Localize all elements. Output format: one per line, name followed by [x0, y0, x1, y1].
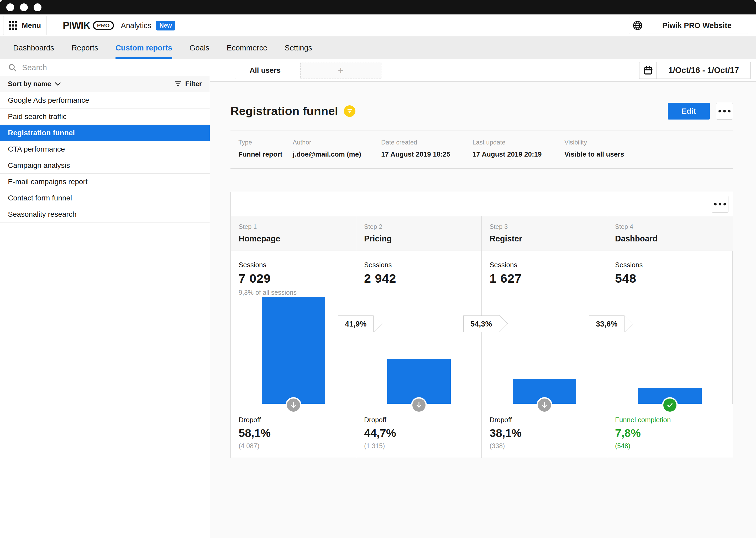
- workspace: Sort by name Filter Google Ads performan…: [0, 59, 756, 538]
- tab-ecommerce[interactable]: Ecommerce: [227, 37, 267, 59]
- window-titlebar: [0, 0, 756, 15]
- apps-grid-icon: [9, 21, 17, 30]
- add-segment-button[interactable]: +: [300, 62, 381, 79]
- funnel-bar: [262, 297, 325, 404]
- completion-check-icon: [662, 397, 678, 413]
- window-minimize-button[interactable]: [20, 3, 28, 11]
- meta-label: Date created: [381, 139, 473, 146]
- meta-value: j.doe@mail.com (me): [293, 150, 381, 158]
- sessions-value: 2 942: [364, 271, 481, 286]
- search-input[interactable]: [22, 63, 210, 72]
- date-range-label: 1/Oct/16 - 1/Oct/17: [657, 62, 750, 79]
- funnel-type-icon: [344, 105, 355, 117]
- report-title-row: Registration funnel Edit: [230, 103, 733, 120]
- dropoff-arrow-icon: [411, 397, 427, 413]
- step-header-1: Step 1 Homepage: [231, 216, 356, 250]
- sessions-label: Sessions: [364, 261, 481, 269]
- report-meta-panel: Type Funnel report Author j.doe@mail.com…: [230, 131, 733, 169]
- chart-toolbar: [231, 192, 732, 216]
- logo-pro-pill: PRO: [93, 21, 114, 30]
- calendar-icon: [639, 62, 657, 79]
- report-list-item[interactable]: Contact form funnel: [0, 190, 210, 206]
- dropoff-count: (1 315): [364, 442, 481, 450]
- globe-icon: [629, 17, 646, 34]
- meta-date-created: Date created 17 August 2019 18:25: [381, 139, 473, 158]
- funnel-bar: [638, 388, 702, 404]
- report-list: Google Ads performance Paid search traff…: [0, 92, 210, 223]
- app-header: Menu PIWIK PRO Analytics New Piwik PRO W…: [0, 15, 756, 37]
- ellipsis-icon: [714, 203, 717, 205]
- sessions-label: Sessions: [490, 261, 607, 269]
- meta-author: Author j.doe@mail.com (me): [293, 139, 381, 158]
- dropoff-label: Dropoff: [490, 416, 607, 424]
- ellipsis-icon: [719, 110, 721, 112]
- menu-button-label: Menu: [22, 21, 41, 30]
- report-list-item[interactable]: Campaign analysis: [0, 157, 210, 174]
- dropoff-count: (338): [490, 442, 607, 450]
- report-list-item[interactable]: Google Ads performance: [0, 92, 210, 108]
- chart-more-button[interactable]: [712, 196, 729, 213]
- step-number: Step 2: [364, 223, 481, 230]
- transition-rate-chip: 41,9%: [338, 315, 374, 332]
- meta-label: Visibility: [564, 139, 624, 146]
- meta-label: Last update: [473, 139, 564, 146]
- report-more-button[interactable]: [716, 103, 733, 120]
- tab-settings[interactable]: Settings: [285, 37, 312, 59]
- transition-rate-label: 33,6%: [589, 315, 625, 332]
- transition-rate-label: 41,9%: [338, 315, 374, 332]
- sessions-label: Sessions: [615, 261, 732, 269]
- tab-custom-reports[interactable]: Custom reports: [116, 37, 172, 59]
- step-name: Dashboard: [615, 234, 732, 243]
- sessions-value: 7 029: [239, 271, 356, 286]
- transition-rate-chip: 33,6%: [589, 315, 625, 332]
- product-name: Analytics: [121, 21, 151, 30]
- report-list-item[interactable]: E-mail campaigns report: [0, 174, 210, 190]
- meta-label: Author: [293, 139, 381, 146]
- report-list-item[interactable]: Paid search traffic: [0, 108, 210, 125]
- dropoff-label: Dropoff: [364, 416, 481, 424]
- step-header-4: Step 4 Dashboard: [607, 216, 732, 250]
- step-number: Step 4: [615, 223, 732, 230]
- tab-goals[interactable]: Goals: [190, 37, 210, 59]
- filter-button-label: Filter: [185, 80, 202, 88]
- sessions-value: 1 627: [490, 271, 607, 286]
- funnel-chart-card: Step 1 Homepage Step 2 Pricing Step 3 Re…: [230, 192, 733, 458]
- transition-rate-label: 54,3%: [463, 315, 499, 332]
- step-header-3: Step 3 Register: [482, 216, 607, 250]
- logo-wordmark: PIWIK: [63, 20, 90, 31]
- new-badge: New: [156, 21, 175, 30]
- segment-all-users[interactable]: All users: [235, 62, 295, 79]
- filter-button[interactable]: Filter: [174, 80, 202, 88]
- report-list-item[interactable]: CTA performance: [0, 141, 210, 157]
- dropoff-value: 44,7%: [364, 427, 481, 440]
- step-name: Homepage: [239, 234, 356, 243]
- tab-reports[interactable]: Reports: [71, 37, 98, 59]
- page-title: Registration funnel: [230, 104, 338, 118]
- step-column-1: Sessions 7 029 9,3% of all sessions: [231, 251, 356, 404]
- sessions-value: 548: [615, 271, 732, 286]
- main-nav: Dashboards Reports Custom reports Goals …: [0, 37, 756, 59]
- site-switcher-label: Piwik PRO Website: [646, 17, 748, 34]
- filter-icon: [174, 81, 181, 87]
- edit-button[interactable]: Edit: [668, 103, 710, 120]
- segment-toolbar: All users + 1/Oct/16 - 1/Oct/17: [210, 59, 756, 82]
- menu-button[interactable]: Menu: [3, 16, 46, 35]
- meta-value: 17 August 2019 18:25: [381, 150, 473, 158]
- reports-sidebar: Sort by name Filter Google Ads performan…: [0, 59, 210, 538]
- tab-dashboards[interactable]: Dashboards: [13, 37, 54, 59]
- meta-value: 17 August 2019 20:19: [473, 150, 564, 158]
- date-range-picker[interactable]: 1/Oct/16 - 1/Oct/17: [639, 62, 751, 79]
- report-content: Registration funnel Edit Type Funnel rep…: [230, 82, 733, 458]
- meta-last-update: Last update 17 August 2019 20:19: [473, 139, 564, 158]
- funnel-dropoff-row: Dropoff 58,1% (4 087) Dropoff 44,7% (1 3…: [231, 404, 732, 457]
- sort-dropdown[interactable]: Sort by name: [8, 80, 61, 88]
- window-close-button[interactable]: [6, 3, 14, 11]
- site-switcher[interactable]: Piwik PRO Website: [629, 17, 748, 34]
- completion-label: Funnel completion: [615, 416, 732, 424]
- sort-dropdown-label: Sort by name: [8, 80, 51, 88]
- meta-visibility: Visibility Visible to all users: [564, 139, 624, 158]
- step-name: Pricing: [364, 234, 481, 243]
- window-zoom-button[interactable]: [34, 3, 41, 11]
- report-list-item[interactable]: Seasonality research: [0, 206, 210, 223]
- report-list-item-selected[interactable]: Registration funnel: [0, 125, 210, 141]
